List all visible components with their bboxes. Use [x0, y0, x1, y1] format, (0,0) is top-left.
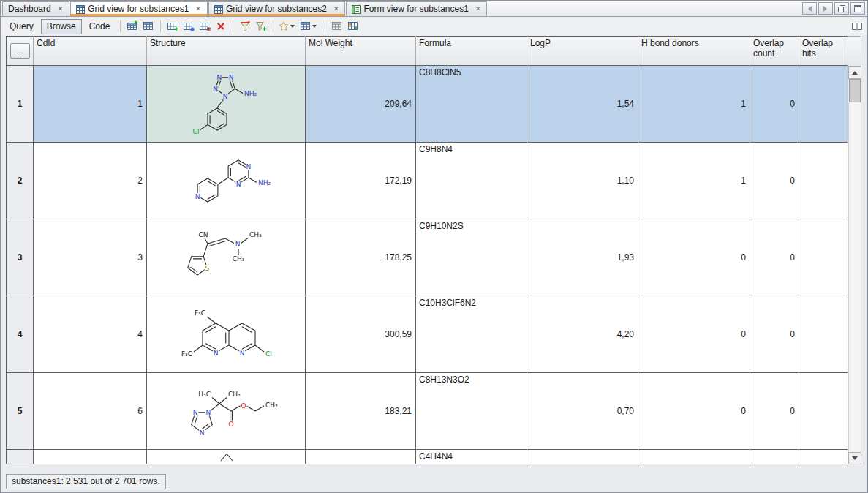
cell-h-bond-donors[interactable] — [638, 450, 750, 464]
row-header-cell[interactable] — [7, 450, 34, 464]
cell-formula[interactable]: C8H8ClN5 — [416, 66, 527, 143]
cell-overlap-hits[interactable] — [799, 373, 848, 450]
cell-h-bond-donors[interactable]: 0 — [638, 219, 750, 296]
structure-display-icon[interactable] — [346, 19, 361, 34]
cell-h-bond-donors[interactable]: 0 — [638, 373, 750, 450]
row-header-cell[interactable]: 5 — [7, 373, 34, 450]
cell-cdid[interactable]: 3 — [34, 219, 147, 296]
tab-form-view-substances1[interactable]: Form view for substances1 ✕ — [346, 1, 487, 16]
cell-cdid[interactable]: 6 — [34, 373, 147, 450]
column-header-h-bond-donors[interactable]: H bond donors — [638, 37, 750, 66]
row-header-cell[interactable]: 3 — [7, 219, 34, 296]
column-header-logp[interactable]: LogP — [527, 37, 638, 66]
cell-structure[interactable]: N N N N NH₂ Cl — [147, 66, 306, 143]
cell-formula[interactable]: C9H8N4 — [416, 143, 527, 219]
cell-formula[interactable]: C8H13N3O2 — [416, 373, 527, 450]
favorites-dropdown-icon[interactable] — [278, 19, 298, 34]
cell-mol-weight[interactable]: 172,19 — [306, 143, 416, 219]
cell-overlap-count[interactable] — [750, 450, 799, 464]
add-row-icon[interactable] — [165, 19, 180, 34]
scroll-down-button[interactable] — [848, 452, 861, 464]
cell-formula[interactable]: C9H10N2S — [416, 219, 527, 296]
scroll-tabs-right-button[interactable] — [818, 2, 833, 15]
cell-cdid[interactable]: 4 — [34, 296, 147, 373]
cell-mol-weight[interactable]: 178,25 — [306, 219, 416, 296]
column-header-structure[interactable]: Structure — [147, 37, 306, 66]
duplicate-rows-icon[interactable] — [181, 19, 196, 34]
views-dropdown-icon[interactable] — [300, 19, 320, 34]
query-mode-button[interactable]: Query — [4, 19, 39, 34]
cell-overlap-hits[interactable] — [799, 143, 848, 219]
column-header-overlap-hits[interactable]: Overlap hits — [799, 37, 848, 66]
tab-grid-view-substances2[interactable]: Grid view for substances2 ✕ — [208, 1, 346, 16]
cell-overlap-count[interactable]: 0 — [750, 143, 799, 219]
cell-structure[interactable]: CN N CH₃ CH₃ S — [147, 219, 306, 296]
tab-dashboard[interactable]: Dashboard ✕ — [2, 1, 69, 16]
row-header-cell[interactable]: 4 — [7, 296, 34, 373]
cell-logp[interactable]: 0,70 — [527, 373, 638, 450]
column-header-cdid[interactable]: CdId — [34, 37, 147, 66]
cell-mol-weight[interactable]: 300,59 — [306, 296, 416, 373]
scroll-up-button[interactable] — [848, 67, 861, 79]
column-header-mol-weight[interactable]: Mol Weight — [306, 37, 416, 66]
cell-h-bond-donors[interactable]: 1 — [638, 143, 750, 219]
tab-close-icon[interactable]: ✕ — [332, 5, 341, 13]
delete-rows-icon[interactable] — [214, 19, 228, 34]
cell-cdid[interactable]: 1 — [34, 66, 147, 143]
cell-overlap-hits[interactable] — [799, 296, 848, 373]
cell-structure[interactable] — [147, 450, 306, 464]
cell-overlap-count[interactable]: 0 — [750, 373, 799, 450]
window-manager-icon[interactable] — [850, 19, 864, 34]
tab-close-icon[interactable]: ✕ — [194, 5, 203, 13]
row-header-cell[interactable]: 2 — [7, 143, 34, 219]
atom-label: Cl — [265, 350, 272, 358]
maximize-button[interactable] — [850, 2, 865, 15]
atom-label: NH₂ — [258, 179, 271, 187]
browse-mode-button[interactable]: Browse — [41, 19, 82, 34]
row-header-cell[interactable]: 1 — [7, 66, 34, 143]
cell-cdid[interactable]: 2 — [34, 143, 147, 219]
filter-query-icon[interactable] — [238, 19, 252, 34]
cell-logp[interactable]: 1,10 — [527, 143, 638, 219]
scrollbar-thumb[interactable] — [849, 79, 861, 102]
cell-mol-weight[interactable] — [306, 450, 416, 464]
edit-view-icon[interactable] — [141, 19, 156, 34]
column-header-formula[interactable]: Formula — [416, 37, 527, 66]
code-mode-button[interactable]: Code — [83, 19, 116, 34]
cell-overlap-count[interactable]: 0 — [750, 66, 799, 143]
column-header-overlap-count[interactable]: Overlap count — [750, 37, 799, 66]
cell-overlap-count[interactable]: 0 — [750, 219, 799, 296]
cell-logp[interactable]: 4,20 — [527, 296, 638, 373]
restore-group-button[interactable] — [834, 2, 849, 15]
merge-rows-icon[interactable] — [197, 19, 212, 34]
tab-close-icon[interactable]: ✕ — [56, 5, 65, 13]
cell-formula[interactable]: C4H4N4 — [416, 450, 527, 464]
tabbar-controls — [802, 2, 867, 16]
tab-close-icon[interactable]: ✕ — [474, 5, 483, 13]
cell-logp[interactable]: 1,93 — [527, 219, 638, 296]
cell-overlap-hits[interactable] — [799, 219, 848, 296]
new-grid-view-icon[interactable] — [125, 19, 140, 34]
cell-mol-weight[interactable]: 183,21 — [306, 373, 416, 450]
cell-cdid[interactable] — [34, 450, 147, 464]
tab-grid-view-substances1[interactable]: Grid view for substances1 ✕ — [70, 1, 208, 16]
cell-structure[interactable]: H₃C CH₃ N N N O O CH₃ — [147, 373, 306, 450]
scroll-tabs-left-button[interactable] — [802, 2, 817, 15]
cell-structure[interactable]: F₃C F₃C N N Cl — [147, 296, 306, 373]
cell-logp[interactable]: 1,54 — [527, 66, 638, 143]
toolbar-separator — [160, 20, 161, 32]
cell-overlap-hits[interactable] — [799, 66, 848, 143]
cell-h-bond-donors[interactable]: 1 — [638, 66, 750, 143]
cell-h-bond-donors[interactable]: 0 — [638, 296, 750, 373]
cell-overlap-hits[interactable] — [799, 450, 848, 464]
grid-settings-icon[interactable] — [330, 19, 344, 34]
scrollbar-track[interactable] — [848, 102, 861, 452]
table-customize-button[interactable]: ... — [10, 43, 30, 59]
cell-formula[interactable]: C10H3ClF6N2 — [416, 296, 527, 373]
cell-mol-weight[interactable]: 209,64 — [306, 66, 416, 143]
cell-overlap-count[interactable]: 0 — [750, 296, 799, 373]
form-view-icon — [352, 5, 361, 14]
add-filter-icon[interactable] — [254, 19, 268, 34]
cell-structure[interactable]: N N N NH₂ — [147, 143, 306, 219]
cell-logp[interactable] — [527, 450, 638, 464]
